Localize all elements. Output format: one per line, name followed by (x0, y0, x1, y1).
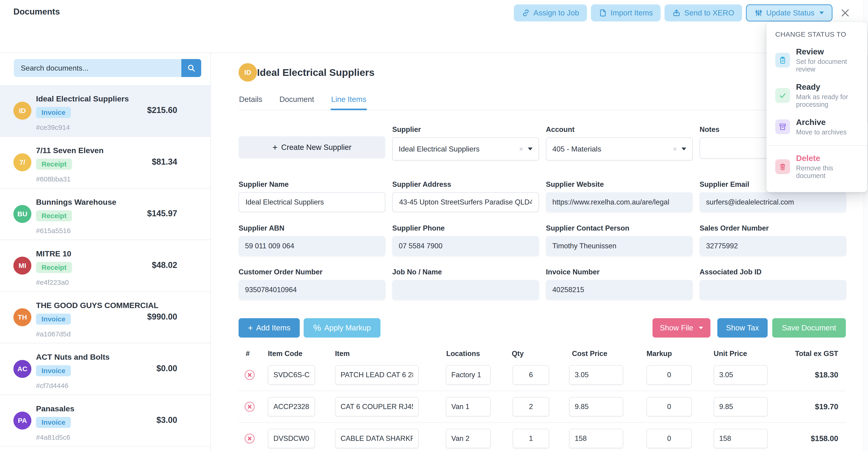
search-input[interactable] (14, 59, 181, 77)
menu-item-review[interactable]: Review Set for document review (775, 47, 858, 73)
topbar-actions: Assign to Job Import Items Send to XERO … (514, 4, 851, 22)
update-status-menu: CHANGE STATUS TO Review Set for document… (767, 22, 867, 192)
clear-icon[interactable]: × (519, 145, 523, 153)
job-no-name-field[interactable] (392, 280, 539, 300)
supplier-website-field[interactable] (546, 192, 693, 212)
clear-icon[interactable]: × (673, 145, 677, 153)
supplier-select[interactable]: Ideal Electrical Suppliers × (392, 137, 539, 160)
assign-to-job-label: Assign to Job (533, 8, 579, 17)
menu-item-archive[interactable]: Archive Move to archives (775, 118, 858, 136)
remove-row-button[interactable] (244, 401, 255, 412)
markup-input[interactable] (647, 365, 692, 385)
supplier-email-field[interactable] (700, 192, 846, 212)
document-list-item[interactable]: MI MITRE 10 Receipt #e4f223a0 $48.02 (0, 240, 210, 292)
avatar: BU (13, 205, 31, 223)
document-list-item[interactable]: TH THE GOOD GUYS COMMERCIAL Invoice #a10… (0, 292, 210, 343)
menu-item-ready[interactable]: Ready Mark as ready for processing (775, 82, 858, 108)
avatar: MI (13, 257, 31, 275)
show-tax-button[interactable]: Show Tax (717, 318, 768, 337)
tab-line-items[interactable]: Line Items (331, 95, 367, 110)
unit-price-input[interactable] (714, 429, 768, 448)
supplier-address-field[interactable] (392, 192, 539, 212)
row-total: $158.00 (778, 434, 846, 443)
show-file-label: Show File (660, 323, 693, 332)
location-input[interactable] (446, 397, 491, 416)
clipboard-check-icon (775, 53, 790, 68)
document-list-item[interactable]: AC ACT Nuts and Bolts Invoice #cf7d4446 … (0, 343, 210, 395)
save-document-label: Save Document (782, 323, 836, 332)
item-code-input[interactable] (268, 397, 315, 416)
associated-job-id-field[interactable] (700, 280, 846, 300)
item-input[interactable] (335, 397, 418, 416)
send-to-xero-label: Send to XERO (684, 8, 734, 17)
document-list-item[interactable]: BU Bunnings Warehouse Receipt #615a5516 … (0, 188, 210, 240)
sales-order-number-field[interactable] (700, 236, 846, 256)
column-header: Qty (502, 350, 559, 358)
link-icon (522, 9, 530, 17)
remove-circle-icon (244, 433, 255, 444)
unit-price-input[interactable] (714, 365, 768, 385)
qty-input[interactable] (513, 365, 549, 385)
document-list-item[interactable]: PA Panasales Invoice #4a81d5c6 $3.00 (0, 395, 210, 447)
document-title: Ideal Electrical Suppliers (257, 67, 374, 78)
cost-price-input[interactable] (569, 365, 623, 385)
document-list-item[interactable]: ID Ideal Electrical Suppliers Invoice #c… (0, 85, 210, 137)
trash-icon (775, 159, 790, 174)
import-items-button[interactable]: Import Items (591, 4, 660, 22)
send-to-xero-button[interactable]: Send to XERO (664, 4, 742, 22)
location-input[interactable] (446, 429, 491, 448)
document-type-badge: Invoice (36, 417, 71, 428)
qty-input[interactable] (513, 397, 549, 416)
sliders-icon (754, 9, 763, 17)
document-list-item[interactable]: 7/ 7/11 Seven Eleven Receipt #608bba31 $… (0, 137, 210, 188)
tab-details[interactable]: Details (239, 95, 263, 110)
update-status-label: Update Status (766, 8, 814, 17)
location-input[interactable] (446, 365, 491, 385)
customer-order-number-field[interactable] (239, 280, 385, 300)
invoice-number-field[interactable] (546, 280, 693, 300)
supplier-contact-person-field[interactable] (546, 236, 693, 256)
tab-document[interactable]: Document (279, 95, 314, 110)
remove-row-button[interactable] (244, 433, 255, 444)
assign-to-job-button[interactable]: Assign to Job (514, 4, 587, 22)
document-ref: #608bba31 (36, 175, 210, 183)
item-input[interactable] (335, 429, 418, 448)
field-label: Associated Job ID (700, 268, 846, 276)
show-file-button[interactable]: Show File (652, 318, 710, 337)
avatar: 7/ (13, 153, 31, 171)
menu-item-subtitle: Mark as ready for processing (796, 93, 858, 108)
document-name: THE GOOD GUYS COMMERCIAL (36, 301, 210, 310)
save-document-button[interactable]: Save Document (772, 318, 846, 337)
cost-price-input[interactable] (569, 429, 623, 448)
document-amount: $3.00 (156, 415, 177, 425)
menu-item-delete[interactable]: Delete Remove this document (775, 154, 858, 180)
chevron-down-icon (528, 148, 532, 150)
item-code-input[interactable] (268, 365, 315, 385)
cost-price-input[interactable] (569, 397, 623, 416)
field-label: Supplier Website (546, 180, 693, 189)
document-ref: #a1067d5d (36, 330, 210, 338)
add-items-button[interactable]: + Add Items (239, 318, 300, 337)
search-button[interactable] (181, 59, 201, 77)
document-name: Ideal Electrical Suppliers (36, 94, 210, 103)
supplier-phone-field[interactable] (392, 236, 539, 256)
document-type-badge: Invoice (36, 107, 71, 118)
create-new-supplier-button[interactable]: + Create New Supplier (239, 136, 385, 158)
field-label: Customer Order Number (239, 268, 385, 276)
close-button[interactable] (839, 7, 851, 19)
menu-item-title: Archive (796, 118, 846, 127)
supplier-name-field[interactable] (239, 192, 385, 212)
item-input[interactable] (335, 365, 418, 385)
markup-input[interactable] (647, 429, 692, 448)
unit-price-input[interactable] (714, 397, 768, 416)
item-code-input[interactable] (268, 429, 315, 448)
remove-row-button[interactable] (244, 369, 255, 381)
account-select[interactable]: 405 - Materials × (546, 137, 693, 160)
field-label: Supplier Contact Person (546, 224, 693, 232)
show-tax-label: Show Tax (726, 323, 759, 332)
markup-input[interactable] (647, 397, 692, 416)
supplier-abn-field[interactable] (239, 236, 385, 256)
update-status-button[interactable]: Update Status (746, 4, 833, 22)
apply-markup-button[interactable]: % Apply Markup (304, 318, 381, 337)
qty-input[interactable] (513, 429, 549, 448)
